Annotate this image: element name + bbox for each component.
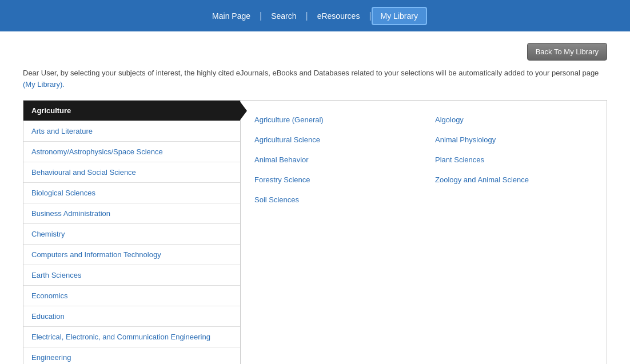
subcategory-algology[interactable]: Algology — [435, 112, 593, 127]
back-to-library-button[interactable]: Back To My Library — [527, 43, 607, 61]
my-library-link[interactable]: (My Library). — [23, 80, 65, 89]
subcategory-empty — [435, 192, 593, 207]
subject-item-arts-literature[interactable]: Arts and Literature — [23, 121, 240, 142]
info-text-block: Dear User, by selecting your subjects of… — [23, 67, 607, 90]
nav-main-page[interactable]: Main Page — [203, 7, 260, 25]
content-area: Agriculture Arts and Literature Astronom… — [23, 100, 607, 364]
subcategory-soil-sciences[interactable]: Soil Sciences — [254, 192, 412, 207]
subject-list: Agriculture Arts and Literature Astronom… — [23, 101, 241, 364]
info-text-main: Dear User, by selecting your subjects of… — [23, 69, 599, 77]
subject-item-economics[interactable]: Economics — [23, 286, 240, 306]
subject-item-business[interactable]: Business Administration — [23, 203, 240, 224]
subcategory-agricultural-science[interactable]: Agricultural Science — [254, 132, 412, 147]
nav-divider-3: | — [369, 11, 371, 21]
subcategory-forestry-science[interactable]: Forestry Science — [254, 172, 412, 187]
main-nav: Main Page | Search | eResources | My Lib… — [203, 7, 427, 25]
back-btn-row: Back To My Library — [23, 43, 607, 61]
subcategory-animal-physiology[interactable]: Animal Physiology — [435, 132, 593, 147]
subcategory-animal-behavior[interactable]: Animal Behavior — [254, 152, 412, 167]
subject-item-earth[interactable]: Earth Sciences — [23, 265, 240, 286]
nav-my-library[interactable]: My Library — [372, 7, 427, 25]
main-content: Back To My Library Dear User, by selecti… — [0, 31, 630, 364]
subject-item-engineering[interactable]: Engineering — [23, 347, 240, 364]
subject-item-chemistry[interactable]: Chemistry — [23, 224, 240, 245]
subject-item-biological[interactable]: Biological Sciences — [23, 183, 240, 203]
subject-item-agriculture[interactable]: Agriculture — [23, 101, 240, 121]
subcategory-zoology[interactable]: Zoology and Animal Science — [435, 172, 593, 187]
nav-eresources[interactable]: eResources — [308, 7, 369, 25]
nav-search[interactable]: Search — [262, 7, 305, 25]
subject-item-astronomy[interactable]: Astronomy/Astrophysics/Space Science — [23, 142, 240, 162]
subject-item-computers[interactable]: Computers and Information Technology — [23, 245, 240, 265]
subcategory-plant-sciences[interactable]: Plant Sciences — [435, 152, 593, 167]
subject-item-behavioural[interactable]: Behavioural and Social Science — [23, 162, 240, 183]
subcategory-grid: Agriculture (General) Algology Agricultu… — [254, 112, 593, 207]
subject-detail-panel: Agriculture (General) Algology Agricultu… — [241, 101, 607, 364]
subject-item-education[interactable]: Education — [23, 306, 240, 327]
subject-item-electrical[interactable]: Electrical, Electronic, and Communicatio… — [23, 327, 240, 347]
header: Main Page | Search | eResources | My Lib… — [0, 0, 630, 31]
subcategory-agriculture-general[interactable]: Agriculture (General) — [254, 112, 412, 127]
